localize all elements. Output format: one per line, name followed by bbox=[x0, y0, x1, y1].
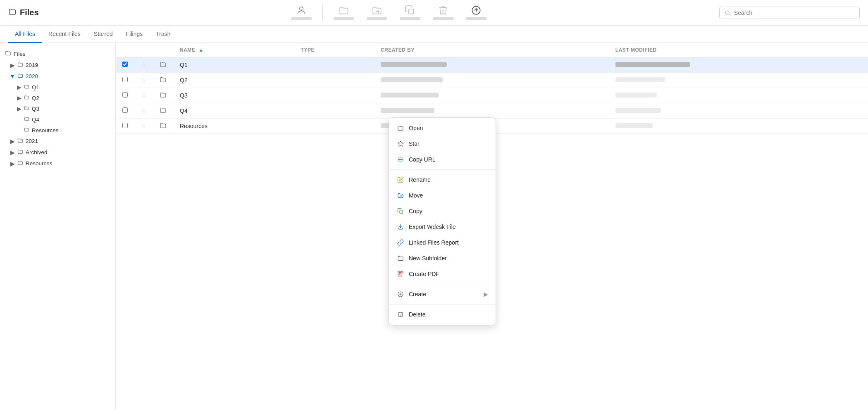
chevron-down-icon: ▼ bbox=[10, 74, 15, 79]
tab-starred[interactable]: Starred bbox=[87, 26, 119, 43]
menu-item-copy-url[interactable]: Copy URL bbox=[389, 152, 496, 167]
menu-item-linked-files[interactable]: Linked Files Report bbox=[389, 235, 496, 250]
column-name[interactable]: NAME ▲ bbox=[173, 43, 294, 57]
sidebar-item-q1[interactable]: ▶ Q1 bbox=[0, 82, 115, 93]
menu-item-new-subfolder[interactable]: New Subfolder bbox=[389, 250, 496, 266]
chevron-right-icon: ▶ bbox=[10, 63, 15, 68]
delete-icon bbox=[396, 310, 405, 319]
svg-marker-5 bbox=[398, 141, 403, 146]
copy-icon bbox=[396, 207, 405, 215]
sidebar-item-label: Q2 bbox=[32, 95, 39, 101]
sidebar-item-label: Q4 bbox=[32, 117, 39, 123]
sidebar-item-q2[interactable]: ▶ Q2 bbox=[0, 93, 115, 103]
sidebar-item-2019[interactable]: ▶ 2019 bbox=[0, 59, 115, 71]
chevron-right-icon: ▶ bbox=[17, 95, 21, 100]
sidebar-item-label: 2020 bbox=[26, 73, 38, 79]
tab-recent-files[interactable]: Recent Files bbox=[42, 26, 87, 43]
sidebar-item-archived[interactable]: ▶ Archived bbox=[0, 147, 115, 158]
sidebar-root-label: Files bbox=[14, 51, 26, 57]
sidebar-item-2021[interactable]: ▶ 2021 bbox=[0, 136, 115, 147]
sidebar-item-2020[interactable]: ▼ 2020 bbox=[0, 71, 115, 82]
folder-icon bbox=[24, 116, 29, 123]
tab-trash[interactable]: Trash bbox=[149, 26, 177, 43]
menu-item-label: Create bbox=[409, 291, 426, 297]
sidebar-item-q3[interactable]: ▶ Q3 bbox=[0, 103, 115, 114]
folder-icon bbox=[24, 95, 29, 101]
menu-item-open[interactable]: Open bbox=[389, 120, 496, 136]
chevron-right-icon: ▶ bbox=[17, 85, 21, 90]
sidebar-item-label: Q1 bbox=[32, 84, 39, 90]
svg-line-4 bbox=[729, 14, 730, 15]
menu-item-label: Move bbox=[409, 192, 423, 199]
star-icon[interactable]: ☆ bbox=[141, 107, 146, 114]
export-icon bbox=[396, 223, 405, 231]
sidebar-item-resources-sub[interactable]: ▶ Resources bbox=[0, 125, 115, 136]
menu-item-copy[interactable]: Copy bbox=[389, 203, 496, 219]
star-icon[interactable]: ☆ bbox=[141, 92, 146, 99]
menu-item-delete[interactable]: Delete bbox=[389, 307, 496, 322]
move-icon bbox=[396, 191, 405, 200]
svg-point-0 bbox=[299, 7, 303, 10]
menu-item-move[interactable]: Move bbox=[389, 188, 496, 203]
table-row[interactable]: ☆ Q1 bbox=[116, 57, 868, 73]
table-row[interactable]: ☆ Q4 bbox=[116, 103, 868, 119]
row-checkbox[interactable] bbox=[122, 92, 128, 98]
file-name: Q4 bbox=[173, 103, 294, 119]
table-row[interactable]: ☆ Q2 bbox=[116, 73, 868, 88]
rename-icon bbox=[396, 176, 405, 184]
menu-item-create[interactable]: Create ▶ bbox=[389, 286, 496, 302]
toolbar-trash[interactable] bbox=[428, 3, 458, 22]
page-title: Files bbox=[8, 7, 58, 18]
folder-icon-active bbox=[17, 73, 23, 80]
search-box[interactable] bbox=[719, 7, 860, 19]
pdf-icon bbox=[396, 270, 405, 278]
search-icon bbox=[725, 10, 731, 16]
star-icon[interactable]: ☆ bbox=[141, 123, 146, 129]
page-title-text: Files bbox=[20, 8, 39, 17]
folder-icon bbox=[24, 84, 29, 90]
toolbar-copy[interactable] bbox=[395, 3, 425, 22]
sidebar-item-label: Archived bbox=[26, 149, 48, 155]
svg-rect-8 bbox=[400, 210, 403, 213]
tab-all-files[interactable]: All Files bbox=[8, 26, 42, 43]
toolbar-folder[interactable] bbox=[329, 3, 359, 22]
menu-item-label: Delete bbox=[409, 311, 425, 318]
column-last-modified: LAST MODIFIED bbox=[609, 43, 868, 57]
search-input[interactable] bbox=[734, 10, 854, 16]
menu-item-label: Open bbox=[409, 125, 423, 131]
file-name: Resources bbox=[173, 119, 294, 134]
menu-item-rename[interactable]: Rename bbox=[389, 172, 496, 188]
toolbar-move[interactable] bbox=[362, 3, 392, 22]
toolbar-owner[interactable] bbox=[286, 3, 317, 22]
menu-item-label: Star bbox=[409, 140, 420, 147]
menu-item-star[interactable]: Star bbox=[389, 136, 496, 152]
open-icon bbox=[396, 124, 405, 132]
sidebar-item-q4[interactable]: ▶ Q4 bbox=[0, 114, 115, 125]
star-icon[interactable]: ☆ bbox=[141, 62, 146, 68]
content-area: NAME ▲ TYPE CREATED BY LAST MODIFIED ☆ Q bbox=[116, 43, 868, 409]
folder-icon bbox=[17, 160, 23, 167]
folder-icon bbox=[5, 50, 11, 57]
row-checkbox[interactable] bbox=[122, 62, 128, 67]
row-checkbox[interactable] bbox=[122, 77, 128, 82]
tab-bar: All Files Recent Files Starred Filings T… bbox=[0, 26, 868, 43]
menu-item-export-wdesk[interactable]: Export Wdesk File bbox=[389, 219, 496, 235]
menu-item-label: Create PDF bbox=[409, 271, 439, 277]
table-row[interactable]: ☆ Q3 bbox=[116, 88, 868, 103]
toolbar-upload[interactable] bbox=[461, 3, 491, 22]
page-title-icon bbox=[8, 7, 17, 18]
submenu-arrow-icon: ▶ bbox=[484, 291, 488, 297]
folder-icon bbox=[17, 62, 23, 69]
svg-point-3 bbox=[725, 11, 729, 14]
sidebar-item-resources[interactable]: ▶ Resources bbox=[0, 158, 115, 169]
menu-item-label: Linked Files Report bbox=[409, 239, 459, 246]
row-checkbox[interactable] bbox=[122, 107, 128, 113]
sidebar-item-label: Q3 bbox=[32, 106, 39, 112]
row-checkbox[interactable] bbox=[122, 123, 128, 128]
tab-filings[interactable]: Filings bbox=[119, 26, 149, 43]
sidebar-root[interactable]: Files bbox=[0, 48, 115, 59]
header: Files bbox=[0, 0, 868, 26]
menu-item-create-pdf[interactable]: Create PDF bbox=[389, 266, 496, 282]
star-icon[interactable]: ☆ bbox=[141, 77, 146, 83]
sort-asc-icon: ▲ bbox=[198, 47, 203, 53]
